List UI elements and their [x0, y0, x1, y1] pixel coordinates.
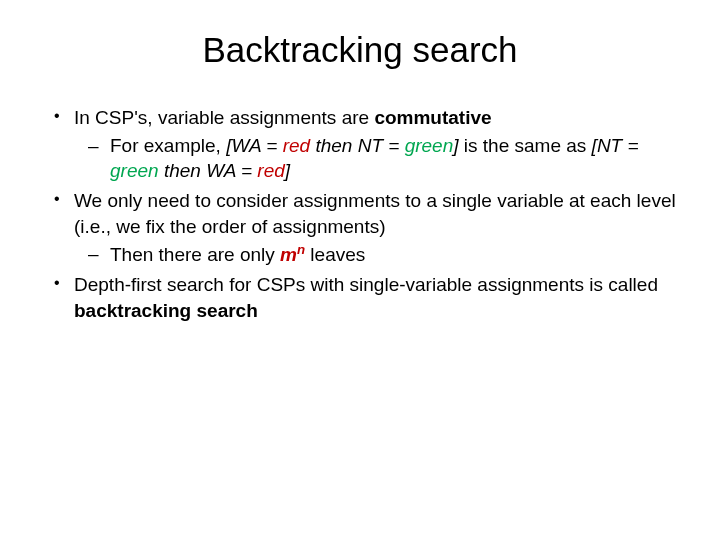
bullet-1: In CSP's, variable assignments are commu…: [50, 105, 690, 184]
bullet-1-sublist: For example, [WA = red then NT = green] …: [74, 133, 690, 184]
bullet-3-text: Depth-first search for CSPs with single-…: [74, 274, 658, 295]
bullet-2a-m: m: [280, 245, 297, 266]
bullet-3-bold: backtracking search: [74, 300, 258, 321]
bullet-1a-i4: [NT =: [592, 135, 639, 156]
bullet-2-text: We only need to consider assignments to …: [74, 190, 676, 237]
slide-title: Backtracking search: [30, 30, 690, 70]
bullet-2a-post: leaves: [305, 245, 365, 266]
bullet-1a-i5: then WA =: [159, 160, 258, 181]
bullet-1a-i1: [WA =: [226, 135, 283, 156]
bullet-1a-red1: red: [283, 135, 310, 156]
bullet-2: We only need to consider assignments to …: [50, 188, 690, 268]
bullet-1-text: In CSP's, variable assignments are: [74, 107, 374, 128]
bullet-1a-i2: then NT =: [310, 135, 405, 156]
bullet-1a-i6: ]: [285, 160, 290, 181]
bullet-2-sublist: Then there are only mn leaves: [74, 241, 690, 268]
bullet-2a-n: n: [297, 242, 305, 257]
bullet-3: Depth-first search for CSPs with single-…: [50, 272, 690, 323]
slide-body: In CSP's, variable assignments are commu…: [30, 105, 690, 323]
bullet-1-bold: commutative: [374, 107, 491, 128]
bullet-1a-mid: is the same as: [459, 135, 592, 156]
bullet-1a-green2: green: [110, 160, 159, 181]
bullet-2a: Then there are only mn leaves: [84, 241, 690, 268]
bullet-1a-pre: For example,: [110, 135, 226, 156]
bullet-list: In CSP's, variable assignments are commu…: [50, 105, 690, 323]
bullet-1a: For example, [WA = red then NT = green] …: [84, 133, 690, 184]
bullet-1a-green1: green: [405, 135, 454, 156]
bullet-2a-pre: Then there are only: [110, 245, 280, 266]
bullet-1a-red2: red: [257, 160, 284, 181]
